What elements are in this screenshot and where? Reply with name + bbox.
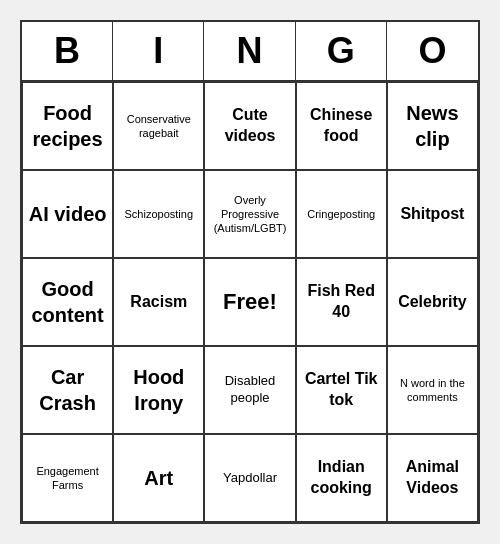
cell-18[interactable]: Cartel Tik tok xyxy=(296,346,387,434)
cell-13[interactable]: Fish Red 40 xyxy=(296,258,387,346)
cell-7[interactable]: Overly Progressive (Autism/LGBT) xyxy=(204,170,295,258)
cell-21[interactable]: Art xyxy=(113,434,204,522)
cell-3[interactable]: Chinese food xyxy=(296,82,387,170)
cell-24[interactable]: Animal Videos xyxy=(387,434,478,522)
bingo-header: B I N G O xyxy=(22,22,478,82)
cell-6[interactable]: Schizoposting xyxy=(113,170,204,258)
cell-4[interactable]: News clip xyxy=(387,82,478,170)
cell-1[interactable]: Conservative ragebait xyxy=(113,82,204,170)
bingo-grid: Food recipes Conservative ragebait Cute … xyxy=(22,82,478,522)
cell-12-free[interactable]: Free! xyxy=(204,258,295,346)
cell-11[interactable]: Racism xyxy=(113,258,204,346)
cell-17[interactable]: Disabled people xyxy=(204,346,295,434)
cell-14[interactable]: Celebrity xyxy=(387,258,478,346)
cell-22[interactable]: Yapdollar xyxy=(204,434,295,522)
cell-8[interactable]: Cringeposting xyxy=(296,170,387,258)
cell-5[interactable]: AI video xyxy=(22,170,113,258)
cell-9[interactable]: Shitpost xyxy=(387,170,478,258)
cell-23[interactable]: Indian cooking xyxy=(296,434,387,522)
cell-19[interactable]: N word in the comments xyxy=(387,346,478,434)
cell-0[interactable]: Food recipes xyxy=(22,82,113,170)
header-o: O xyxy=(387,22,478,80)
cell-10[interactable]: Good content xyxy=(22,258,113,346)
bingo-card: B I N G O Food recipes Conservative rage… xyxy=(20,20,480,524)
cell-15[interactable]: Car Crash xyxy=(22,346,113,434)
header-n: N xyxy=(204,22,295,80)
cell-20[interactable]: Engagement Farms xyxy=(22,434,113,522)
header-i: I xyxy=(113,22,204,80)
cell-2[interactable]: Cute videos xyxy=(204,82,295,170)
header-g: G xyxy=(296,22,387,80)
cell-16[interactable]: Hood Irony xyxy=(113,346,204,434)
header-b: B xyxy=(22,22,113,80)
